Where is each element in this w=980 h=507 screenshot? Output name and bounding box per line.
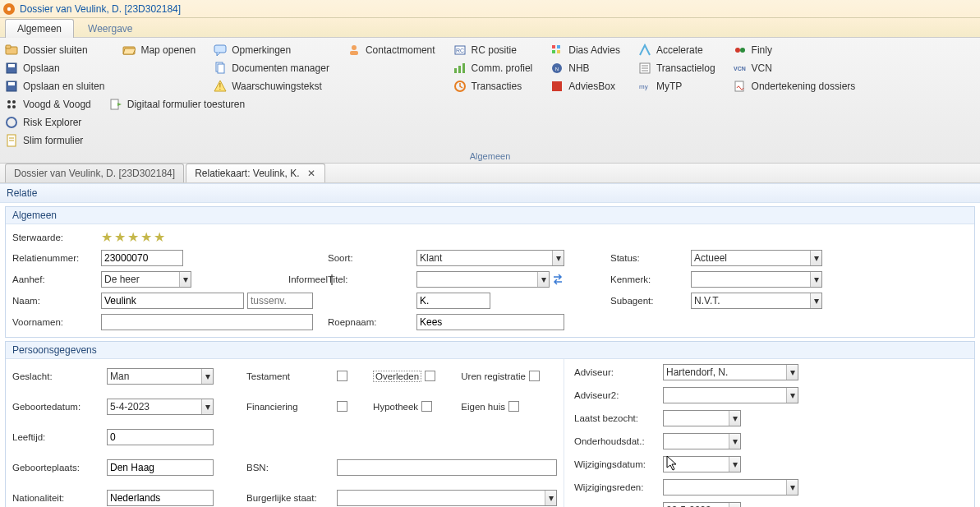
ribbon-transacties[interactable]: Transacties [453,77,533,95]
input-geboorteplaats[interactable] [107,459,214,476]
input-tussenvoegsel[interactable] [247,293,313,309]
ribbon-dias-advies[interactable]: Dias Advies [550,41,620,59]
svg-point-40 [12,105,16,108]
label-burgerlijk: Burgerlijke staat: [246,493,329,503]
ribbon-transactielog[interactable]: Transactielog [638,59,715,77]
label-sterwaarde: Sterwaarde: [12,233,86,242]
input-initialen[interactable] [416,293,490,309]
ribbon-adviesbox[interactable]: AdviesBox [550,77,620,95]
form-icon [5,134,18,147]
svg-rect-17 [454,68,457,73]
label-laatstbezocht: Laatst bezocht: [574,413,656,423]
input-leeftijd[interactable] [107,429,214,445]
label-kenmerk: Kenmerk: [610,274,676,284]
date-laatstbezocht[interactable]: ▾ [663,410,741,426]
svg-rect-23 [552,50,555,53]
contact-icon [347,44,361,57]
select-kenmerk[interactable]: ▾ [691,271,822,288]
mytp-icon: my [638,80,651,93]
label-naam: Naam: [12,296,86,306]
swap-icon[interactable] [551,273,564,286]
select-aanhef[interactable]: De heer▾ [101,271,191,288]
dias-icon [550,44,564,57]
star-icon: ★ [140,229,152,245]
main-tab-algemeen[interactable]: Algemeen [5,19,74,38]
ribbon-opmerkingen[interactable]: Opmerkingen [214,41,329,59]
chevron-down-icon: ▾ [201,399,213,414]
ribbon-accelerate[interactable]: Accelerate [638,41,715,59]
select-status[interactable]: Actueel▾ [691,250,822,266]
star-icon: ★ [101,229,113,245]
select-subagent[interactable]: N.V.T.▾ [691,293,822,309]
ribbon-risk-explorer[interactable]: Risk Explorer [5,113,91,131]
sign-icon [734,80,747,93]
doc-tab-dossier[interactable]: Dossier van Veulink, D. [23D302184] [5,164,184,182]
ribbon-mytp[interactable]: myMyTP [638,77,715,95]
ribbon-vcn[interactable]: VCNVCN [734,59,856,77]
label-adviseur: Adviseur: [574,367,656,377]
select-burgerlijk[interactable]: ▾ [337,490,557,506]
star-rating[interactable]: ★★★★★ [101,229,822,245]
checkbox-overleden[interactable] [425,371,435,381]
label-geslacht: Geslacht: [12,371,99,381]
svg-rect-5 [8,64,15,67]
transactions-icon [453,80,467,93]
ribbon-dossier-sluiten[interactable]: Dossier sluiten [5,41,104,59]
svg-rect-22 [557,45,560,48]
checkbox-financiering[interactable] [337,401,347,412]
input-voornamen[interactable] [101,314,313,330]
svg-rect-27 [552,81,562,91]
input-bsn[interactable] [337,459,557,476]
input-relatienummer[interactable] [101,250,183,266]
date-onderhoudsdat[interactable]: ▾ [663,433,741,449]
select-adviseur[interactable]: Hartendorf, N.▾ [663,364,798,380]
save-icon [5,62,18,75]
ribbon-opslaan-sluiten[interactable]: Opslaan en sluiten [5,77,104,95]
select-adviseur2[interactable]: ▾ [663,387,798,403]
checkbox-eigenhuis[interactable] [508,401,519,412]
input-nationaliteit[interactable] [107,490,214,506]
doc-tab-relatiekaart[interactable]: Relatiekaart: Veulink, K.✕ [186,164,324,182]
label-geboortedatum: Geboortedatum: [12,402,99,412]
main-tab-weergave[interactable]: Weergave [76,19,145,38]
ribbon-opslaan[interactable]: Opslaan [5,59,104,77]
ribbon-nhb[interactable]: NNHB [550,59,620,77]
label-subagent: Subagent: [610,296,676,306]
label-titel: Titel: [328,274,402,284]
ribbon-documenten-manager[interactable]: Documenten manager [214,59,329,77]
ribbon-slim-formulier[interactable]: Slim formulier [5,131,91,150]
checkbox-uren[interactable] [529,371,540,381]
select-soort[interactable]: Klant▾ [416,250,564,266]
ribbon-digitaal-formulier[interactable]: Digitaal formulier toesturen [109,95,245,113]
svg-rect-14 [350,51,358,55]
date-geboortedatum[interactable]: 5-4-2023▾ [107,399,214,415]
input-naam[interactable] [101,293,244,309]
risk-icon [5,116,18,129]
checkbox-hypotheek[interactable] [421,401,432,412]
label-hypotheek: Hypotheek [373,402,418,412]
checkbox-testament[interactable] [337,371,347,381]
ribbon-rc-positie[interactable]: RCRC positie [453,41,533,59]
close-tab-icon[interactable]: ✕ [306,168,316,178]
date-klantsinds[interactable]: 23-5-2023▾ [663,502,741,507]
ribbon-ondertekening[interactable]: Ondertekening dossiers [734,77,856,95]
send-form-icon [109,98,122,111]
label-wijzreden: Wijzigingsreden: [574,482,656,492]
select-titel[interactable]: ▾ [416,271,550,288]
finly-icon [734,44,747,57]
label-onderhoudsdat: Onderhoudsdat.: [574,436,656,446]
ribbon-finly[interactable]: Finly [734,41,856,59]
ribbon-waarschuwingstekst[interactable]: !Waarschuwingstekst [214,77,329,95]
ribbon-voogd[interactable]: Voogd & Voogd [5,95,91,113]
ribbon-contactmoment[interactable]: Contactmoment [347,41,435,59]
ribbon-comm-profiel[interactable]: Comm. profiel [453,59,533,77]
input-roepnaam[interactable] [416,314,564,330]
select-wijzreden[interactable]: ▾ [663,479,798,495]
select-geslacht[interactable]: Man▾ [107,368,214,385]
date-wijzdatum[interactable]: ▾ [663,456,741,472]
label-informeel: Informeel [288,274,328,284]
adviesbox-icon [550,80,564,93]
svg-point-34 [740,48,745,53]
chevron-down-icon: ▾ [729,434,740,449]
ribbon-map-openen[interactable]: Map openen [122,41,196,59]
